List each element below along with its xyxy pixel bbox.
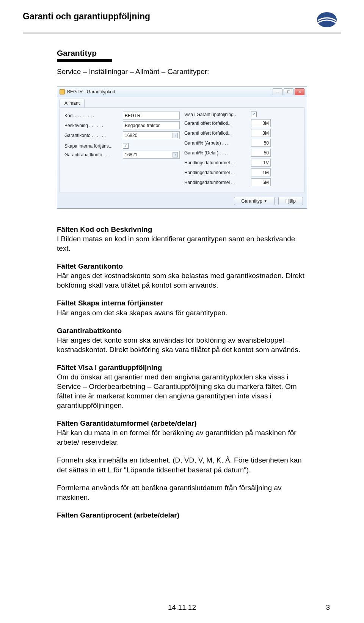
section-heading: Garantityp — [57, 49, 307, 58]
footer-date: 14.11.12 — [168, 603, 196, 612]
checkbox-visa-garantiuppfoljning[interactable]: ✓ — [251, 112, 257, 117]
input-garanti-delar[interactable]: 50 — [251, 149, 271, 157]
text-formler: Formlerna används för att beräkna garant… — [57, 484, 281, 501]
label-garanti-arbete: Garanti% (Arbete) . . . — [184, 140, 249, 146]
breadcrumb: Service – Inställningar – Allmänt – Gara… — [57, 68, 307, 76]
heading-visa-garantiuppfoljning: Fältet Visa i garantiuppföljning — [57, 363, 307, 372]
input-garanti-arbete[interactable]: 50 — [251, 139, 271, 147]
text-skapa-interna: Här anges om det ska skapas avans för ga… — [57, 309, 228, 317]
doc-block-formler: Formlerna används för att beräkna garant… — [57, 483, 307, 502]
text-visa-garantiuppfoljning: Om du önskar att garantier med den angiv… — [57, 373, 297, 409]
heading-garantirabattkonto: Garantirabattkonto — [57, 326, 307, 335]
close-button[interactable]: ✕ — [295, 88, 304, 95]
maximize-button[interactable]: ☐ — [284, 88, 293, 95]
window-title: BEGTR - Garantitypkort — [67, 89, 115, 94]
value-beskrivning: Begagnad traktor — [125, 123, 160, 128]
input-beskrivning[interactable]: Begagnad traktor — [123, 121, 180, 129]
page-title: Garanti och garantiuppföljning — [23, 11, 150, 22]
label-offert2: Garanti offert förfalloti... — [184, 131, 249, 136]
lookup-icon[interactable]: ↑ — [173, 133, 178, 138]
minimize-button[interactable]: ─ — [273, 88, 282, 95]
value-garantikonto: 16820 — [125, 133, 137, 138]
window-icon — [60, 89, 65, 94]
garantityp-button-label: Garantityp — [241, 198, 262, 204]
doc-block-garantikonto: Fältet Garantikonto Här anges det kostna… — [57, 261, 307, 290]
doc-block-garantirabattkonto: Garantirabattkonto Här anges det konto s… — [57, 326, 307, 354]
text-garantirabattkonto: Här anges det konto som ska användas för… — [57, 336, 300, 354]
doc-block-kod-beskrivning: Fälten Kod och Beskrivning I Bilden mata… — [57, 225, 307, 253]
doc-block-visa-garantiuppfoljning: Fältet Visa i garantiuppföljning Om du ö… — [57, 363, 307, 410]
label-hdf3: Handlingsdatumformel ... — [184, 180, 249, 185]
hjalp-button-label: Hjälp — [286, 198, 296, 204]
label-rabattkonto: Garantirabattkonto . . . — [64, 152, 121, 157]
value-kod: BEGTR — [125, 113, 140, 118]
heading-garantiprocent: Fälten Garantiprocent (arbete/delar) — [57, 510, 307, 520]
input-hdf1[interactable]: 1V — [251, 159, 271, 167]
garantitypkort-window: BEGTR - Garantitypkort ─ ☐ ✕ Allmänt Kod… — [57, 87, 307, 209]
input-rabattkonto[interactable]: 16821 ↑ — [123, 151, 180, 159]
text-kod-beskrivning: I Bilden matas en kod in som identifiera… — [57, 235, 295, 252]
doc-block-garantidatumformel: Fälten Garantidatumformel (arbete/delar)… — [57, 418, 307, 447]
chevron-down-icon: ▼ — [264, 199, 267, 203]
doc-block-garantiprocent: Fälten Garantiprocent (arbete/delar) — [57, 510, 307, 520]
company-logo — [316, 11, 337, 30]
checkbox-skapa-interna[interactable]: ✓ — [123, 143, 129, 149]
input-offert1[interactable]: 3M — [251, 119, 271, 127]
input-offert2[interactable]: 3M — [251, 129, 271, 137]
footer-page-number: 3 — [326, 603, 330, 612]
lookup-icon[interactable]: ↑ — [173, 152, 178, 157]
tab-allmant[interactable]: Allmänt — [60, 99, 85, 107]
heading-garantikonto: Fältet Garantikonto — [57, 261, 307, 271]
heading-skapa-interna: Fältet Skapa interna förtjänster — [57, 298, 307, 308]
text-garantikonto: Här anges det kostnadskonto som ska bela… — [57, 272, 304, 289]
label-hdf2: Handlingsdatumformel ... — [184, 170, 249, 175]
input-hdf2[interactable]: 1M — [251, 168, 271, 176]
doc-block-skapa-interna: Fältet Skapa interna förtjänster Här ang… — [57, 298, 307, 317]
heading-garantidatumformel: Fälten Garantidatumformel (arbete/delar) — [57, 418, 307, 428]
text-garantidatumformel: Här kan du mata in en formel för beräkni… — [57, 429, 297, 446]
label-visa-garantiuppfoljning: Visa i Garantiuppföljning . — [184, 112, 249, 117]
garantityp-button[interactable]: Garantityp ▼ — [234, 197, 274, 205]
doc-block-tidsenhet: Formeln ska innehålla en tidsenhet. (D, … — [57, 455, 307, 474]
value-rabattkonto: 16821 — [125, 152, 137, 157]
text-tidsenhet: Formeln ska innehålla en tidsenhet. (D, … — [57, 456, 302, 474]
label-skapa-interna: Skapa interna förtjäns... — [64, 143, 121, 149]
hjalp-button[interactable]: Hjälp — [278, 197, 303, 205]
header-divider — [23, 33, 341, 33]
label-garanti-delar: Garanti% (Delar) . . . . — [184, 150, 249, 156]
input-hdf3[interactable]: 6M — [251, 178, 271, 186]
input-kod[interactable]: BEGTR — [123, 112, 180, 120]
label-kod: Kod. . . . . . . . . — [64, 113, 121, 118]
label-offert1: Garanti offert förfalloti... — [184, 121, 249, 126]
heading-kod-beskrivning: Fälten Kod och Beskrivning — [57, 225, 307, 234]
label-garantikonto: Garantikonto . . . . . . — [64, 133, 121, 138]
input-garantikonto[interactable]: 16820 ↑ — [123, 131, 180, 139]
label-hdf1: Handlingsdatumformel ... — [184, 160, 249, 165]
label-beskrivning: Beskrivning . . . . . . — [64, 123, 121, 128]
section-underline — [57, 59, 112, 62]
